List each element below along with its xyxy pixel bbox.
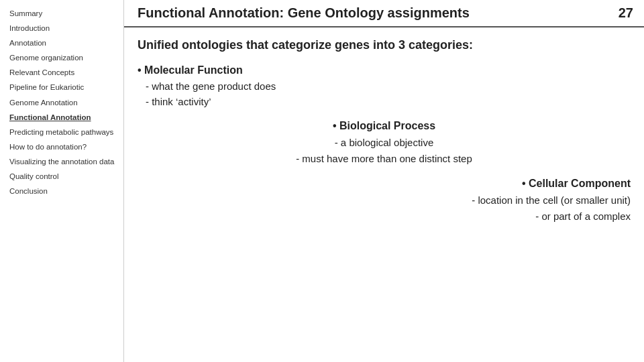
- sidebar-item-relevant-concepts[interactable]: Relevant Concepts: [7, 66, 118, 79]
- biological-process-line2: - must have more than one distinct step: [138, 151, 631, 167]
- sidebar-item-how-to-annotate[interactable]: How to do annotation?: [7, 140, 118, 154]
- cellular-component-heading: • Cellular Component: [138, 178, 631, 190]
- molecular-function-line2: - think ‘activity’: [146, 95, 631, 110]
- slide-title: Functional Annotation: Gene Ontology ass…: [138, 5, 470, 21]
- sidebar-item-genome-annotation[interactable]: Genome Annotation: [7, 96, 118, 109]
- categories-body: • Molecular Function - what the gene pro…: [138, 64, 631, 351]
- unified-title: Unified ontologies that categorize genes…: [138, 38, 631, 52]
- sidebar-item-conclusion[interactable]: Conclusion: [7, 184, 118, 198]
- cellular-component-line2: - or part of a complex: [138, 208, 631, 225]
- sidebar-item-genome-organization[interactable]: Genome organization: [7, 51, 118, 64]
- main-content: Functional Annotation: Gene Ontology ass…: [124, 0, 644, 362]
- sidebar-item-functional-annotation[interactable]: Functional Annotation: [7, 111, 118, 124]
- sidebar-item-summary[interactable]: Summary: [7, 7, 118, 20]
- slide-number: 27: [619, 5, 633, 21]
- sidebar-item-quality-control[interactable]: Quality control: [7, 170, 118, 183]
- sidebar-item-visualizing[interactable]: Visualizing the annotation data: [7, 155, 118, 168]
- sidebar-item-introduction[interactable]: Introduction: [7, 21, 118, 35]
- biological-process-line1: - a biological objective: [138, 135, 631, 151]
- slide-content: Unified ontologies that categorize genes…: [124, 27, 644, 362]
- molecular-function-heading: • Molecular Function: [138, 64, 631, 76]
- sidebar-item-pipeline-eukariotic[interactable]: Pipeline for Eukariotic: [7, 80, 118, 94]
- biological-process-heading: • Biological Process: [138, 120, 631, 132]
- sidebar-item-predicting-metabolic[interactable]: Predicting metabolic pathways: [7, 125, 118, 139]
- cellular-component-line1: - location in the cell (or smaller unit): [138, 192, 631, 208]
- sidebar-item-annotation[interactable]: Annotation: [7, 36, 118, 50]
- sidebar: Summary Introduction Annotation Genome o…: [0, 0, 124, 362]
- slide-header: Functional Annotation: Gene Ontology ass…: [124, 0, 644, 27]
- molecular-function-line1: - what the gene product does: [146, 79, 631, 95]
